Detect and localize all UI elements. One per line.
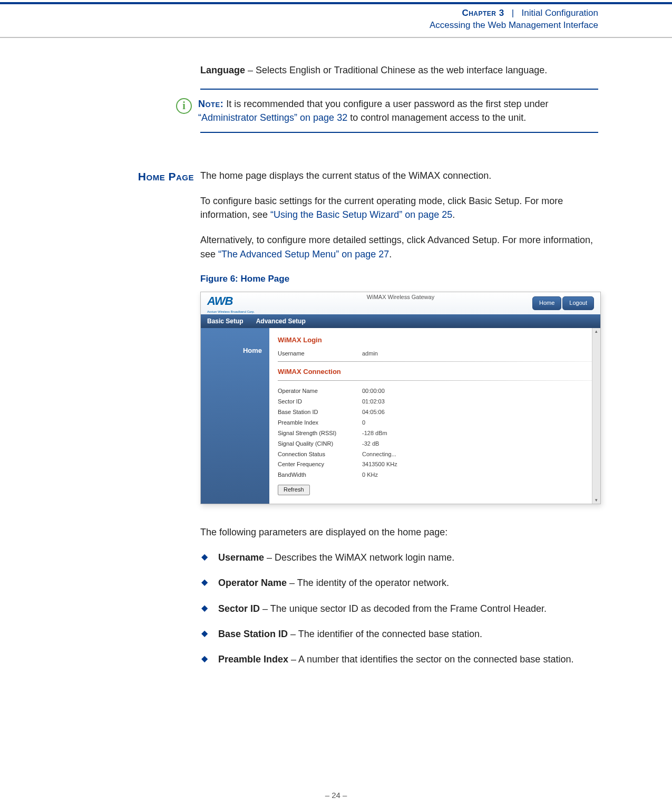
ss-section-login: WiMAX Login	[278, 335, 592, 345]
header-title-2: Accessing the Web Management Interface	[0, 20, 598, 32]
note-link[interactable]: “Administrator Settings” on page 32	[198, 112, 347, 123]
page-number: – 24 –	[0, 791, 672, 800]
ss-v: -128 dBm	[362, 429, 387, 438]
params-intro: The following parameters are displayed o…	[200, 525, 601, 539]
home-p1: The home page displays the current statu…	[200, 169, 601, 182]
ss-k: Base Station ID	[278, 408, 362, 417]
ss-tab-advanced[interactable]: Advanced Setup	[256, 317, 306, 326]
param-label: Username	[218, 552, 264, 563]
ss-row: Signal Strength (RSSI)-128 dBm	[278, 428, 592, 439]
ss-v: 01:02:03	[362, 398, 385, 406]
ss-k: BandWidth	[278, 471, 362, 479]
ss-divider-1	[278, 361, 592, 362]
embedded-screenshot: AWB Accton Wireless Broadband Corp. WiMA…	[200, 292, 601, 504]
ss-sidebar: Home	[201, 328, 269, 504]
ss-tabbar: Basic Setup Advanced Setup	[201, 314, 600, 328]
note-label: Note:	[198, 99, 223, 109]
param-desc: – The identifier of the connected base s…	[288, 629, 482, 639]
ss-v: 3413500 KHz	[362, 460, 397, 469]
info-icon: i	[176, 98, 192, 114]
ss-v: 04:05:06	[362, 408, 385, 417]
language-label: Language	[200, 65, 245, 75]
ss-home-button[interactable]: Home	[532, 296, 561, 310]
ss-divider-2	[278, 380, 592, 381]
ss-v: 0	[362, 419, 365, 427]
home-p3: Alternatively, to configure more detaile…	[200, 233, 601, 261]
param-label: Sector ID	[218, 603, 260, 614]
params-list: Username – Describes the WiMAX network l…	[200, 551, 601, 666]
ss-section-conn: WiMAX Connection	[278, 367, 592, 377]
section-heading-home-page: Home Page	[74, 169, 200, 185]
ss-row: BandWidth0 KHz	[278, 470, 592, 480]
language-desc: – Selects English or Traditional Chinese…	[245, 65, 547, 75]
ss-k: Operator Name	[278, 387, 362, 396]
header-title-1: Initial Configuration	[521, 8, 598, 18]
home-p2-link[interactable]: “Using the Basic Setup Wizard” on page 2…	[270, 209, 452, 220]
ss-username-key: Username	[278, 350, 362, 358]
home-p2b: .	[452, 209, 455, 220]
list-item: Preamble Index – A number that identifie…	[200, 652, 601, 666]
ss-row: Operator Name00:00:00	[278, 386, 592, 397]
param-desc: – The identity of the operator network.	[287, 578, 449, 588]
ss-v: Connecting...	[362, 450, 396, 459]
ss-refresh-button[interactable]: Refresh	[278, 485, 310, 495]
ss-v: 00:00:00	[362, 387, 385, 396]
ss-k: Signal Strength (RSSI)	[278, 429, 362, 438]
list-item: Base Station ID – The identifier of the …	[200, 627, 601, 641]
ss-main: WiMAX Login Username admin WiMAX Connect…	[269, 328, 600, 504]
home-p2: To configure basic settings for the curr…	[200, 194, 601, 222]
list-item: Sector ID – The unique sector ID as deco…	[200, 602, 601, 615]
ss-row: Preamble Index0	[278, 418, 592, 428]
param-label: Base Station ID	[218, 629, 288, 639]
ss-row: Center Frequency3413500 KHz	[278, 459, 592, 470]
ss-v: 0 KHz	[362, 471, 378, 479]
chapter-label: Chapter 3	[462, 8, 504, 18]
ss-header: AWB Accton Wireless Broadband Corp. WiMA…	[201, 292, 600, 314]
param-label: Preamble Index	[218, 654, 288, 665]
ss-logo: AWB Accton Wireless Broadband Corp.	[207, 293, 255, 314]
ss-k: Sector ID	[278, 398, 362, 406]
header-rule	[0, 37, 672, 38]
page-header: Chapter 3 | Initial Configuration Access…	[0, 4, 672, 36]
ss-k: Center Frequency	[278, 460, 362, 469]
list-item: Username – Describes the WiMAX network l…	[200, 551, 601, 564]
ss-logo-sub: Accton Wireless Broadband Corp.	[207, 310, 255, 314]
language-paragraph: Language – Selects English or Traditiona…	[200, 63, 598, 77]
ss-k: Connection Status	[278, 450, 362, 459]
ss-row: Sector ID01:02:03	[278, 397, 592, 407]
note-after: to control management access to the unit…	[347, 112, 526, 123]
ss-row: Connection StatusConnecting...	[278, 449, 592, 460]
ss-row: Base Station ID04:05:06	[278, 407, 592, 418]
ss-scrollbar[interactable]: ▴ ▾	[592, 328, 600, 504]
ss-tab-basic[interactable]: Basic Setup	[207, 317, 244, 326]
ss-logo-mark: AWB	[207, 293, 255, 310]
ss-k: Signal Quality (CINR)	[278, 440, 362, 448]
scroll-down-icon[interactable]: ▾	[595, 497, 598, 504]
list-item: Operator Name – The identity of the oper…	[200, 576, 601, 590]
param-desc: – The unique sector ID as decoded from t…	[260, 603, 547, 614]
param-desc: – A number that identifies the sector on…	[288, 654, 573, 665]
header-sep: |	[507, 8, 519, 18]
ss-username-val: admin	[362, 350, 378, 358]
note-block: i Note: It is recommended that you confi…	[200, 89, 598, 133]
ss-title: WiMAX Wireless Gateway	[367, 293, 434, 302]
home-p3b: .	[389, 249, 392, 259]
ss-logout-button[interactable]: Logout	[562, 296, 594, 310]
home-p3-link[interactable]: “The Advanced Setup Menu” on page 27	[218, 249, 389, 259]
scroll-up-icon[interactable]: ▴	[595, 328, 598, 335]
param-label: Operator Name	[218, 578, 287, 588]
param-desc: – Describes the WiMAX network login name…	[264, 552, 454, 563]
figure-caption: Figure 6: Home Page	[200, 273, 601, 286]
ss-v: -32 dB	[362, 440, 379, 448]
ss-row-username: Username admin	[278, 349, 592, 359]
note-text: Note: It is recommended that you configu…	[198, 97, 598, 124]
note-before: It is recommended that you configure a u…	[223, 99, 548, 109]
ss-sidebar-home[interactable]: Home	[201, 344, 269, 358]
ss-row: Signal Quality (CINR)-32 dB	[278, 439, 592, 449]
ss-k: Preamble Index	[278, 419, 362, 427]
